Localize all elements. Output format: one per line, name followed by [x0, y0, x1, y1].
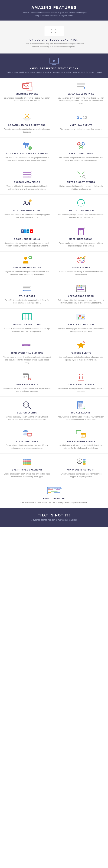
svg-point-87 [79, 285, 80, 286]
page-title: AMAZING FEATURES [3, 5, 105, 10]
feature-hide-past: HIDE PAST EVENTS Don't show past events,… [0, 368, 54, 397]
svg-rect-10 [77, 86, 83, 86]
svg-rect-37 [23, 171, 31, 173]
feature-organize-desc: Support of all data where eventON calend… [3, 327, 51, 333]
svg-marker-64 [80, 230, 81, 231]
feature-filter-sort: FILTER & SORT EVENTS Visitors can easily… [54, 166, 108, 194]
calendar-plus-icon: 17 [22, 142, 32, 150]
svg-text:WP: WP [79, 460, 81, 462]
svg-point-63 [80, 234, 81, 235]
feature-event-types-desc: Create calendars by show events from onl… [3, 473, 51, 478]
widgets-icon: WP [76, 458, 86, 466]
svg-rect-163 [23, 461, 31, 462]
svg-rect-81 [23, 288, 31, 289]
repeating-section: VARIOUS REPEATING EVENT OPTIONS Yearly, … [0, 54, 108, 78]
svg-rect-151 [76, 430, 81, 431]
repeating-icon [49, 57, 59, 66]
feature-search-title: SEARCH EVENTS [17, 411, 37, 414]
feature-font-desc: You can customize all the calendar icons… [3, 213, 51, 219]
svg-text:JAN: JAN [48, 488, 50, 489]
svg-marker-42 [77, 171, 84, 177]
svg-rect-165 [23, 464, 31, 465]
feature-expandable-details: EXPANDABLE DETAILS You can show or hide … [54, 78, 108, 109]
svg-point-104 [82, 316, 84, 318]
feature-interaction-title: USER INTERACTION [70, 238, 93, 241]
feature-rtl-title: RTL SUPPORT [19, 295, 35, 298]
feature-social-title: SOCIAL SHARE ICONS [14, 238, 40, 241]
svg-text:FA: FA [29, 200, 32, 202]
svg-text:MAR: MAR [54, 488, 57, 489]
feature-unlimited-images: UNLIMITED IMAGES Set unlimited images fo… [0, 78, 54, 109]
feature-location-events-desc: Location archive pages allow users to se… [57, 327, 105, 333]
svg-rect-39 [23, 175, 31, 176]
shortcode-section: [ ] UNIQUE SHORTCODE GENERATOR EventON c… [0, 21, 108, 54]
feature-span-time: SPAN EVENT TILL END TIME You can span an… [0, 337, 54, 368]
feature-ics-title: ICS ALL EVENTS [71, 411, 90, 414]
feature-hide-title: HIDE PAST EVENTS [16, 383, 38, 386]
svg-rect-9 [77, 85, 85, 85]
feature-featured-title: FEATURE EVENTS [71, 352, 91, 354]
svg-text:FEB: FEB [51, 488, 53, 489]
feature-unlimited-images-desc: Set unlimited images for an event to cre… [3, 97, 51, 102]
footer-title: THAT IS NOT IT! [3, 513, 105, 517]
organize-icon [22, 312, 32, 321]
feature-filter-desc: Visitors can easily filter and sort even… [57, 185, 105, 190]
svg-point-73 [82, 258, 84, 259]
svg-point-51 [81, 203, 81, 203]
svg-rect-52 [80, 199, 82, 200]
repeating-title: VARIOUS REPEATING EVENT OPTIONS [30, 67, 78, 70]
svg-rect-79 [23, 286, 31, 286]
svg-line-131 [28, 407, 31, 409]
svg-line-44 [85, 178, 85, 178]
svg-point-31 [79, 144, 80, 145]
svg-text:12: 12 [83, 116, 87, 120]
feature-user-interaction: USER INTERACTION Events can be opened to… [54, 223, 108, 251]
svg-rect-186 [56, 490, 60, 490]
feature-add-events-desc: Your visitors can add events to their go… [3, 156, 51, 162]
feature-categories-desc: Add multiple category icons and create c… [57, 156, 105, 162]
svg-rect-78 [83, 257, 84, 257]
svg-rect-95 [23, 313, 32, 320]
feature-add-events-users: 17 ADD EVENTS TO USER CALENDARS Your vis… [0, 137, 54, 166]
hide-past-icon [22, 372, 32, 381]
svg-rect-123 [24, 377, 25, 378]
svg-point-35 [80, 147, 82, 148]
expand-icon [76, 82, 86, 91]
meta-fields-icon: custom field [22, 170, 32, 179]
social-icon: f t in [22, 227, 32, 236]
feature-year-month-desc: Just help and scroll using events that w… [57, 444, 105, 450]
feature-appearance: APPEARANCE EDITOR Full featured editor t… [54, 280, 108, 308]
svg-text:in: in [27, 231, 29, 232]
image-gallery-icon [22, 82, 32, 91]
svg-point-91 [81, 287, 82, 288]
shortcode-box: [ ] [44, 26, 64, 36]
feature-colors-desc: Calendar events individually or by event… [57, 270, 105, 276]
feature-meta-desc: You can add upto 10 custom event data fi… [3, 185, 51, 190]
svg-rect-173 [83, 459, 85, 461]
svg-rect-8 [77, 83, 85, 85]
svg-rect-175 [83, 463, 85, 465]
svg-rect-126 [80, 374, 82, 375]
shortcode-title: UNIQUE SHORTCODE GENERATOR [3, 38, 105, 41]
feature-organizer-desc: Organizers for events along with their i… [3, 270, 51, 276]
feature-social-desc: Support of major social share sites plus… [3, 242, 51, 248]
feature-featured-desc: You can feature events to show above oth… [57, 356, 105, 361]
event-cal-icon: JAN FEB MAR APR MAY [49, 486, 59, 495]
svg-rect-109 [23, 344, 29, 346]
feature-location-title: LOCATION MAPS & DIRECTIONS [8, 124, 46, 126]
feature-event-types: EVENT TYPES CALENDAR Create calendars by… [0, 454, 54, 482]
feature-widgets-title: WP WIDGETS SUPPORT [67, 469, 94, 471]
svg-point-106 [78, 317, 79, 318]
svg-rect-25 [27, 143, 27, 144]
map-pin-icon [22, 113, 32, 122]
svg-point-71 [78, 258, 80, 259]
features-grid: UNLIMITED IMAGES Set unlimited images fo… [0, 78, 108, 508]
svg-rect-62 [79, 228, 83, 230]
feature-event-types-title: EVENT TYPES CALENDAR [12, 469, 42, 471]
feature-expandable-title: EXPANDABLE DETAILS [68, 93, 94, 95]
event-types-icon [22, 458, 32, 466]
svg-point-94 [82, 289, 84, 290]
feature-multi-data-title: MULTI DATA TYPES [16, 440, 38, 443]
feature-multi-day: 21 : 12 MULTI-DAY EVENTS You can create … [54, 109, 108, 137]
feature-hide-desc: Don't show past events, eventON can hide… [3, 387, 51, 393]
